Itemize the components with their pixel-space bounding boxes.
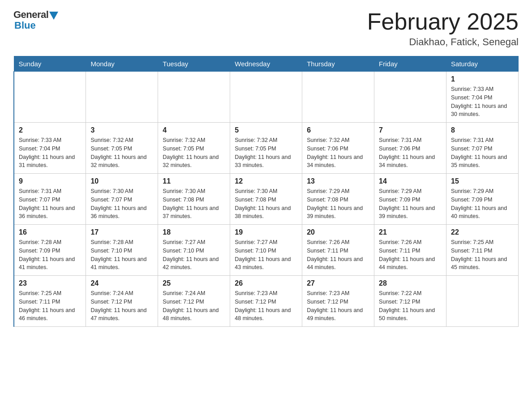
day-info: Sunrise: 7:31 AMSunset: 7:07 PMDaylight:… (19, 187, 81, 221)
logo-general-text: General (13, 9, 48, 21)
logo-blue-text: Blue (14, 20, 36, 31)
calendar-cell: 1Sunrise: 7:33 AMSunset: 7:04 PMDaylight… (446, 72, 519, 123)
day-number: 2 (19, 126, 81, 134)
calendar-cell: 5Sunrise: 7:32 AMSunset: 7:05 PMDaylight… (230, 123, 302, 174)
weekday-header-friday: Friday (374, 56, 446, 72)
day-number: 17 (90, 228, 153, 236)
day-info: Sunrise: 7:30 AMSunset: 7:08 PMDaylight:… (235, 187, 297, 221)
day-number: 13 (307, 177, 369, 185)
day-info: Sunrise: 7:27 AMSunset: 7:10 PMDaylight:… (235, 238, 297, 272)
calendar-cell: 7Sunrise: 7:31 AMSunset: 7:06 PMDaylight… (374, 123, 446, 174)
calendar-header-row: SundayMondayTuesdayWednesdayThursdayFrid… (14, 56, 519, 72)
day-number: 19 (235, 228, 297, 236)
day-info: Sunrise: 7:26 AMSunset: 7:11 PMDaylight:… (307, 238, 369, 272)
day-number: 20 (307, 228, 369, 236)
day-number: 12 (235, 177, 297, 185)
day-info: Sunrise: 7:25 AMSunset: 7:11 PMDaylight:… (19, 289, 81, 323)
calendar-table: SundayMondayTuesdayWednesdayThursdayFrid… (13, 56, 519, 327)
day-info: Sunrise: 7:29 AMSunset: 7:09 PMDaylight:… (379, 187, 442, 221)
calendar-cell: 12Sunrise: 7:30 AMSunset: 7:08 PMDayligh… (230, 174, 302, 225)
day-number: 24 (90, 279, 153, 287)
calendar-cell: 24Sunrise: 7:24 AMSunset: 7:12 PMDayligh… (86, 276, 158, 327)
day-info: Sunrise: 7:32 AMSunset: 7:06 PMDaylight:… (307, 136, 369, 170)
day-info: Sunrise: 7:30 AMSunset: 7:08 PMDaylight:… (163, 187, 225, 221)
day-info: Sunrise: 7:27 AMSunset: 7:10 PMDaylight:… (163, 238, 225, 272)
calendar-cell: 6Sunrise: 7:32 AMSunset: 7:06 PMDaylight… (302, 123, 374, 174)
calendar-cell: 9Sunrise: 7:31 AMSunset: 7:07 PMDaylight… (14, 174, 86, 225)
day-info: Sunrise: 7:28 AMSunset: 7:09 PMDaylight:… (19, 238, 81, 272)
calendar-cell (302, 72, 374, 123)
calendar-cell: 15Sunrise: 7:29 AMSunset: 7:09 PMDayligh… (446, 174, 519, 225)
calendar-cell: 8Sunrise: 7:31 AMSunset: 7:07 PMDaylight… (446, 123, 519, 174)
calendar-week-row: 9Sunrise: 7:31 AMSunset: 7:07 PMDaylight… (14, 174, 519, 225)
calendar-cell: 3Sunrise: 7:32 AMSunset: 7:05 PMDaylight… (86, 123, 158, 174)
day-info: Sunrise: 7:24 AMSunset: 7:12 PMDaylight:… (163, 289, 225, 323)
day-number: 15 (451, 177, 514, 185)
calendar-cell: 13Sunrise: 7:29 AMSunset: 7:08 PMDayligh… (302, 174, 374, 225)
calendar-week-row: 23Sunrise: 7:25 AMSunset: 7:11 PMDayligh… (14, 276, 519, 327)
calendar-cell: 20Sunrise: 7:26 AMSunset: 7:11 PMDayligh… (302, 225, 374, 276)
weekday-header-tuesday: Tuesday (158, 56, 230, 72)
day-number: 11 (163, 177, 225, 185)
location-subtitle: Diakhao, Fatick, Senegal (367, 36, 519, 48)
day-number: 26 (235, 279, 297, 287)
day-number: 22 (451, 228, 514, 236)
day-number: 6 (307, 126, 369, 134)
day-number: 21 (379, 228, 442, 236)
calendar-cell (446, 276, 519, 327)
weekday-header-monday: Monday (86, 56, 158, 72)
weekday-header-saturday: Saturday (446, 56, 519, 72)
day-info: Sunrise: 7:33 AMSunset: 7:04 PMDaylight:… (19, 136, 81, 170)
day-info: Sunrise: 7:31 AMSunset: 7:06 PMDaylight:… (379, 136, 442, 170)
logo-triangle-icon (49, 12, 58, 20)
day-number: 23 (19, 279, 81, 287)
calendar-cell: 16Sunrise: 7:28 AMSunset: 7:09 PMDayligh… (14, 225, 86, 276)
day-info: Sunrise: 7:23 AMSunset: 7:12 PMDaylight:… (235, 289, 297, 323)
month-title: February 2025 (367, 9, 519, 34)
calendar-cell: 17Sunrise: 7:28 AMSunset: 7:10 PMDayligh… (86, 225, 158, 276)
logo: General Blue (13, 9, 58, 31)
day-number: 8 (451, 126, 514, 134)
day-info: Sunrise: 7:28 AMSunset: 7:10 PMDaylight:… (90, 238, 153, 272)
day-info: Sunrise: 7:25 AMSunset: 7:11 PMDaylight:… (451, 238, 514, 272)
day-number: 5 (235, 126, 297, 134)
day-number: 7 (379, 126, 442, 134)
day-number: 18 (163, 228, 225, 236)
calendar-cell: 22Sunrise: 7:25 AMSunset: 7:11 PMDayligh… (446, 225, 519, 276)
weekday-header-sunday: Sunday (14, 56, 86, 72)
page-header: General Blue February 2025 Diakhao, Fati… (13, 9, 519, 48)
calendar-cell: 25Sunrise: 7:24 AMSunset: 7:12 PMDayligh… (158, 276, 230, 327)
day-number: 9 (19, 177, 81, 185)
title-block: February 2025 Diakhao, Fatick, Senegal (367, 9, 519, 48)
calendar-cell (230, 72, 302, 123)
day-info: Sunrise: 7:33 AMSunset: 7:04 PMDaylight:… (451, 85, 514, 119)
calendar-cell: 2Sunrise: 7:33 AMSunset: 7:04 PMDaylight… (14, 123, 86, 174)
calendar-cell (86, 72, 158, 123)
day-info: Sunrise: 7:32 AMSunset: 7:05 PMDaylight:… (235, 136, 297, 170)
day-number: 3 (90, 126, 153, 134)
calendar-cell (14, 72, 86, 123)
day-info: Sunrise: 7:26 AMSunset: 7:11 PMDaylight:… (379, 238, 442, 272)
calendar-cell: 14Sunrise: 7:29 AMSunset: 7:09 PMDayligh… (374, 174, 446, 225)
calendar-cell: 10Sunrise: 7:30 AMSunset: 7:07 PMDayligh… (86, 174, 158, 225)
day-info: Sunrise: 7:29 AMSunset: 7:09 PMDaylight:… (451, 187, 514, 221)
day-number: 14 (379, 177, 442, 185)
day-number: 27 (307, 279, 369, 287)
calendar-cell: 27Sunrise: 7:23 AMSunset: 7:12 PMDayligh… (302, 276, 374, 327)
day-info: Sunrise: 7:30 AMSunset: 7:07 PMDaylight:… (90, 187, 153, 221)
day-info: Sunrise: 7:32 AMSunset: 7:05 PMDaylight:… (90, 136, 153, 170)
calendar-cell: 23Sunrise: 7:25 AMSunset: 7:11 PMDayligh… (14, 276, 86, 327)
day-number: 1 (451, 75, 514, 83)
calendar-cell: 19Sunrise: 7:27 AMSunset: 7:10 PMDayligh… (230, 225, 302, 276)
calendar-cell: 26Sunrise: 7:23 AMSunset: 7:12 PMDayligh… (230, 276, 302, 327)
day-info: Sunrise: 7:23 AMSunset: 7:12 PMDaylight:… (307, 289, 369, 323)
calendar-cell (374, 72, 446, 123)
calendar-week-row: 1Sunrise: 7:33 AMSunset: 7:04 PMDaylight… (14, 72, 519, 123)
day-info: Sunrise: 7:24 AMSunset: 7:12 PMDaylight:… (90, 289, 153, 323)
day-info: Sunrise: 7:29 AMSunset: 7:08 PMDaylight:… (307, 187, 369, 221)
weekday-header-wednesday: Wednesday (230, 56, 302, 72)
day-number: 16 (19, 228, 81, 236)
calendar-week-row: 2Sunrise: 7:33 AMSunset: 7:04 PMDaylight… (14, 123, 519, 174)
day-number: 10 (90, 177, 153, 185)
day-number: 28 (379, 279, 442, 287)
